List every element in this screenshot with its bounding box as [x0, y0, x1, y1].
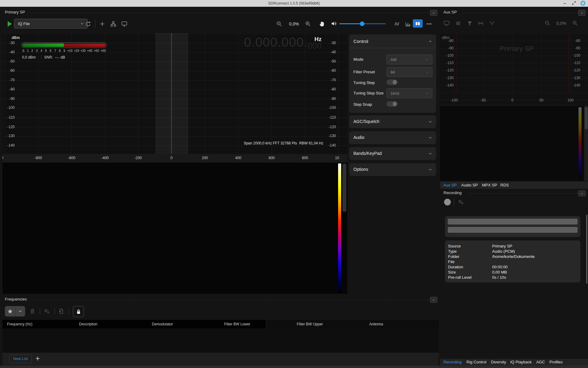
- freq-tick: 10: [335, 156, 347, 160]
- aux-freq-tick: -50: [477, 98, 489, 102]
- column-header[interactable]: Filter BW Lower: [224, 322, 250, 326]
- frequency-ruler[interactable]: 00 -800 -600 -400 -200 0 200 400 600 800…: [2, 154, 347, 163]
- column-header[interactable]: Antenna: [369, 322, 383, 326]
- import-list-button[interactable]: [58, 308, 64, 314]
- aux-db-label: -80: [567, 39, 580, 43]
- tab-audio-sp[interactable]: Audio SP: [461, 183, 478, 187]
- recording-collapse-button[interactable]: [578, 190, 586, 196]
- volume-slider[interactable]: [339, 23, 386, 24]
- source-select[interactable]: IQ File: [14, 19, 88, 29]
- volume-slider-thumb[interactable]: [360, 21, 364, 26]
- chevron-down-icon: [428, 120, 432, 124]
- tab-agc[interactable]: AGC: [536, 360, 545, 364]
- close-icon: [580, 1, 586, 6]
- column-header[interactable]: Filter BW Upper: [297, 322, 323, 326]
- favorite-dropdown-button[interactable]: [15, 306, 25, 316]
- aux-db-label: -110: [567, 61, 580, 65]
- frequency-table-body[interactable]: [2, 328, 439, 353]
- iq-view-button[interactable]: [394, 21, 400, 27]
- column-header[interactable]: Demodulator: [152, 322, 173, 326]
- spectrum-view-button[interactable]: [405, 21, 411, 27]
- aux-db-label: -130: [567, 76, 580, 80]
- frequencies-collapse-button[interactable]: [430, 297, 437, 303]
- aux-spectrum-display[interactable]: dBm Primary SP -80 -90 -100 -110 -120 -1…: [440, 33, 588, 105]
- minimize-button[interactable]: [562, 1, 567, 6]
- aux-bandpass-button[interactable]: [489, 20, 495, 26]
- add-list-button[interactable]: [35, 356, 40, 361]
- waterfall-display[interactable]: [2, 163, 347, 294]
- tab-mpx-sp[interactable]: MPX SP: [482, 183, 497, 187]
- aux-scrollbar-thumb[interactable]: [585, 107, 588, 129]
- aux-display-button[interactable]: [443, 20, 450, 26]
- spectrum-display[interactable]: dBm -30 -40 -50 -60 -70 -80 -90 -100 -11…: [2, 33, 347, 154]
- split-view-button[interactable]: [413, 19, 423, 28]
- tuning-step-toggle[interactable]: [386, 79, 398, 85]
- db-axis-label: -80: [4, 87, 15, 91]
- waterfall-scrollbar[interactable]: [342, 163, 346, 212]
- display-button[interactable]: [121, 21, 127, 27]
- step-snap-toggle[interactable]: [386, 101, 398, 107]
- tuning-step-size-value: 1kHz: [390, 91, 400, 96]
- refresh-button[interactable]: [85, 21, 91, 27]
- control-collapse-button[interactable]: [428, 39, 432, 44]
- recording-scrollbar[interactable]: [586, 215, 587, 284]
- maximize-button[interactable]: [571, 1, 576, 6]
- more-options-button[interactable]: [426, 21, 432, 27]
- tab-profiles[interactable]: Profiles: [549, 360, 563, 364]
- aux-sp-collapse-button[interactable]: [578, 10, 586, 16]
- tab-recording[interactable]: Recording: [443, 360, 462, 364]
- record-button[interactable]: [444, 199, 451, 205]
- network-button[interactable]: [110, 21, 116, 27]
- favorite-button[interactable]: [5, 306, 15, 316]
- mode-select[interactable]: AM: [386, 55, 432, 64]
- frequency-display[interactable]: 0.000.000. Hz 000: [244, 35, 322, 51]
- bands-keypad-section[interactable]: Bands/KeyPad: [349, 147, 436, 160]
- audio-section[interactable]: Audio: [349, 131, 436, 144]
- aux-zoom-in-button[interactable]: [572, 20, 578, 26]
- frequencies-title: Frequencies: [5, 297, 27, 301]
- column-header[interactable]: Description: [79, 322, 97, 326]
- aux-waterfall-display[interactable]: [440, 106, 584, 181]
- zoom-in-icon: [305, 21, 311, 27]
- aux-zoom-out-button[interactable]: [545, 20, 551, 26]
- filter-preset-select[interactable]: 6K: [386, 67, 432, 77]
- tab-diversity[interactable]: Diversity: [491, 360, 506, 364]
- favorite-split-button[interactable]: [5, 306, 25, 316]
- chevron-down-icon: [432, 298, 435, 302]
- zoom-out-button[interactable]: [276, 21, 282, 27]
- delete-frequency-button[interactable]: [29, 308, 36, 314]
- pan-button[interactable]: [319, 20, 326, 27]
- column-header[interactable]: Frequency (Hz): [7, 322, 32, 326]
- right-panel-tab-bar: Recording Rig Control Diversity IQ Playb…: [440, 359, 588, 366]
- primary-sp-collapse-button[interactable]: [430, 10, 437, 16]
- tab-rds[interactable]: RDS: [500, 183, 509, 187]
- tab-rig-control[interactable]: Rig Control: [466, 360, 486, 364]
- new-list-tab[interactable]: New List: [9, 355, 32, 363]
- filter-passband[interactable]: [156, 33, 188, 154]
- volume-button[interactable]: [331, 21, 337, 27]
- tab-iq-playback[interactable]: IQ Playback: [510, 360, 532, 364]
- tune-line[interactable]: [171, 33, 172, 154]
- aux-zoom-value: 0,0%: [554, 21, 569, 26]
- play-button[interactable]: [7, 21, 13, 27]
- tab-aux-sp[interactable]: Aux SP: [443, 183, 457, 187]
- recording-divider: [469, 193, 588, 194]
- record-settings-button[interactable]: [458, 199, 464, 205]
- aux-settings-button[interactable]: [455, 20, 461, 26]
- zoom-in-button[interactable]: [305, 21, 311, 27]
- s-meter-tick: +50: [93, 49, 100, 52]
- lock-list-button[interactable]: [73, 306, 84, 317]
- s-meter-bar: [21, 42, 107, 48]
- lock-icon: [76, 309, 81, 315]
- aux-span-button[interactable]: [478, 20, 484, 26]
- agc-squelch-section[interactable]: AGC/Squelch: [349, 115, 436, 128]
- close-button[interactable]: [580, 1, 586, 6]
- aux-scrollbar-track[interactable]: [584, 106, 588, 181]
- aux-filter-button[interactable]: [467, 20, 473, 26]
- add-button[interactable]: [99, 21, 105, 27]
- options-section[interactable]: Options: [349, 163, 436, 176]
- primary-sp-title: Primary SP: [5, 10, 25, 14]
- chevron-down-icon: [428, 167, 432, 172]
- frequency-settings-button[interactable]: [43, 308, 50, 314]
- tuning-step-size-select[interactable]: 1kHz: [386, 88, 432, 98]
